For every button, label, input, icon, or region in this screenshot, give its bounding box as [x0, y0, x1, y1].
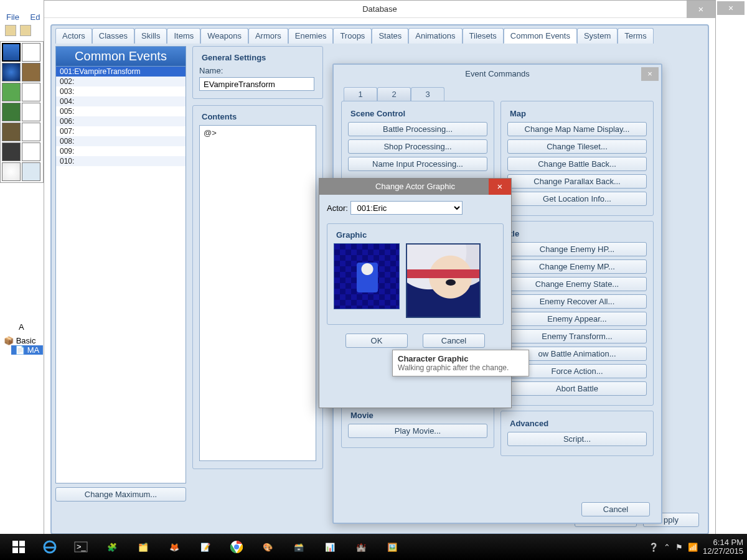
start-button[interactable] [4, 536, 34, 558]
common-events-list[interactable]: 001:EVampireTransform 002: 003: 004: 005… [55, 67, 186, 483]
explorer-icon[interactable]: 🗃️ [284, 536, 314, 558]
list-item[interactable]: 009: [56, 146, 186, 156]
cag-ok-button[interactable]: OK [345, 334, 408, 348]
change-tileset-button[interactable]: Change Tileset... [507, 139, 647, 154]
tab-classes[interactable]: Classes [92, 28, 134, 44]
list-item[interactable]: 008: [56, 136, 186, 146]
clock[interactable]: 6:14 PM 12/27/2015 [703, 538, 743, 556]
tab-enemies[interactable]: Enemies [288, 28, 334, 44]
tab-animations[interactable]: Animations [408, 28, 462, 44]
change-enemy-state-button[interactable]: Change Enemy State... [507, 277, 647, 291]
list-item[interactable]: 001:EVampireTransform [56, 67, 186, 77]
open-icon[interactable] [20, 25, 31, 36]
contents-box[interactable]: @> [199, 125, 316, 461]
flag-icon[interactable]: ⚑ [675, 543, 683, 552]
paint-icon[interactable]: 🎨 [253, 536, 283, 558]
tile[interactable] [2, 142, 21, 161]
app-icon[interactable]: 📊 [315, 536, 345, 558]
event-commands-close-button[interactable]: × [641, 67, 659, 81]
system-tray[interactable]: ❔ ⌃ ⚑ 📶 6:14 PM 12/27/2015 [649, 538, 743, 556]
tile[interactable] [22, 63, 40, 82]
cmd-icon[interactable]: >_ [66, 536, 96, 558]
layer-tab[interactable]: A [19, 322, 24, 332]
rpgmaker-icon[interactable]: 🏰 [346, 536, 376, 558]
cag-close-button[interactable]: × [489, 179, 511, 195]
tab-weapons[interactable]: Weapons [200, 28, 248, 44]
change-enemy-mp-button[interactable]: Change Enemy MP... [507, 259, 647, 274]
network-icon[interactable]: 📶 [688, 543, 698, 552]
tile[interactable] [22, 83, 40, 101]
tab-terms[interactable]: Terms [618, 28, 653, 44]
tab-common-events[interactable]: Common Events [504, 28, 577, 44]
tile[interactable] [22, 43, 40, 62]
tile[interactable] [2, 43, 21, 62]
ec-tab-3[interactable]: 3 [411, 87, 444, 101]
chevron-up-icon[interactable]: ⌃ [664, 543, 670, 552]
list-item[interactable]: 006: [56, 116, 186, 126]
list-item[interactable]: 005: [56, 106, 186, 116]
database-close-button[interactable]: × [687, 1, 715, 18]
list-item[interactable]: 007: [56, 126, 186, 136]
app-icon[interactable]: 🦊 [159, 536, 189, 558]
enemy-recover-all-button[interactable]: Enemy Recover All... [507, 294, 647, 309]
tile[interactable] [22, 103, 40, 121]
character-graphic-picker[interactable] [334, 243, 400, 309]
chrome-icon[interactable] [222, 536, 251, 558]
tile[interactable] [22, 142, 40, 161]
actor-select[interactable]: 001:Eric [350, 201, 463, 215]
tab-system[interactable]: System [577, 28, 618, 44]
enemy-transform-button[interactable]: Enemy Transform... [507, 329, 647, 343]
photos-icon[interactable]: 🖼️ [377, 536, 407, 558]
shop-processing-button[interactable]: Shop Processing... [348, 139, 487, 154]
app-icon[interactable]: 📝 [190, 536, 220, 558]
list-item[interactable]: 003: [56, 86, 186, 96]
tab-tilesets[interactable]: Tilesets [463, 28, 504, 44]
event-commands-cancel-button[interactable]: Cancel [581, 502, 650, 516]
tab-troops[interactable]: Troops [333, 28, 372, 44]
tile[interactable] [2, 83, 21, 101]
tab-armors[interactable]: Armors [248, 28, 288, 44]
tree-map[interactable]: MA [11, 345, 43, 355]
new-icon[interactable] [5, 25, 16, 36]
play-movie-button[interactable]: Play Movie... [348, 424, 487, 438]
list-item[interactable]: 002: [56, 77, 186, 86]
tab-items[interactable]: Items [167, 28, 200, 44]
name-input-processing-button[interactable]: Name Input Processing... [348, 157, 487, 171]
abort-battle-button[interactable]: Abort Battle [507, 381, 647, 396]
tile[interactable] [22, 123, 40, 141]
change-map-name-display-button[interactable]: Change Map Name Display... [507, 122, 647, 136]
app-icon[interactable]: 🧩 [97, 536, 127, 558]
tab-states[interactable]: States [372, 28, 408, 44]
tile-palette[interactable] [0, 41, 44, 183]
face-graphic-picker[interactable] [406, 243, 481, 318]
taskbar[interactable]: >_ 🧩 🗂️ 🦊 📝 🎨 🗃️ 📊 🏰 🖼️ ❔ ⌃ ⚑ 📶 6:14 PM … [0, 534, 747, 560]
menu-edit[interactable]: Ed [31, 12, 40, 22]
tree-project[interactable]: Basic [4, 336, 43, 345]
tile[interactable] [2, 103, 21, 121]
battle-processing-button[interactable]: Battle Processing... [348, 122, 487, 136]
tile[interactable] [2, 162, 21, 181]
tab-actors[interactable]: Actors [55, 28, 92, 44]
ec-tab-2[interactable]: 2 [377, 87, 411, 101]
list-item[interactable]: 010: [56, 156, 186, 166]
tile[interactable] [2, 63, 21, 82]
change-battle-back-button[interactable]: Change Battle Back... [507, 157, 647, 171]
tile[interactable] [2, 123, 21, 141]
get-location-info-button[interactable]: Get Location Info... [507, 192, 647, 206]
tab-skills[interactable]: Skills [134, 28, 167, 44]
name-input[interactable] [199, 77, 314, 91]
menu-file[interactable]: File [6, 12, 19, 22]
help-icon[interactable]: ❔ [649, 543, 659, 552]
list-item[interactable]: 004: [56, 96, 186, 106]
bg-close-button[interactable]: × [717, 1, 745, 15]
cag-cancel-button[interactable]: Cancel [423, 334, 485, 348]
ie-icon[interactable] [35, 536, 65, 558]
app-icon[interactable]: 🗂️ [128, 536, 158, 558]
tile[interactable] [22, 162, 40, 181]
change-parallax-back-button[interactable]: Change Parallax Back... [507, 174, 647, 189]
ec-tab-1[interactable]: 1 [344, 87, 377, 101]
enemy-appear-button[interactable]: Enemy Appear... [507, 312, 647, 326]
change-maximum-button[interactable]: Change Maximum... [55, 487, 186, 502]
script-button[interactable]: Script... [507, 432, 647, 446]
change-enemy-hp-button[interactable]: Change Enemy HP... [507, 242, 647, 256]
